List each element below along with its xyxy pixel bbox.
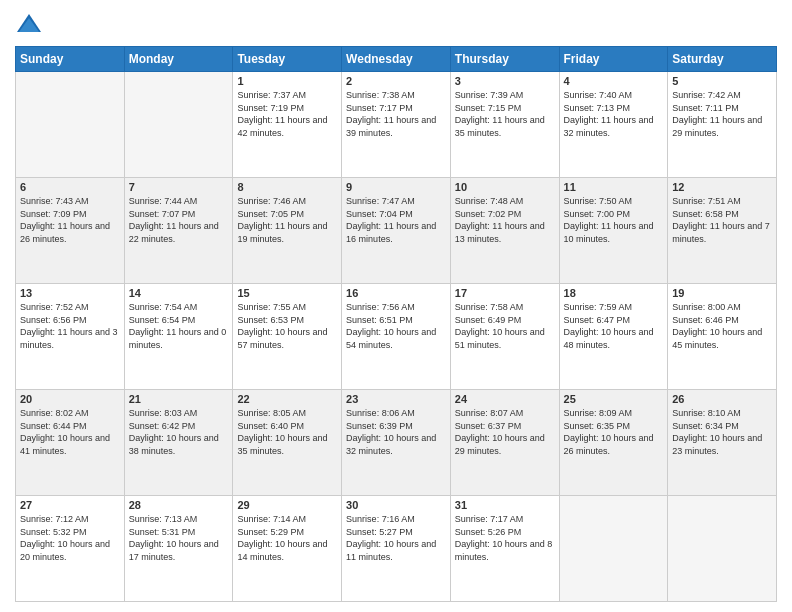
day-info: Sunrise: 7:43 AMSunset: 7:09 PMDaylight:… bbox=[20, 195, 120, 245]
day-info: Sunrise: 7:44 AMSunset: 7:07 PMDaylight:… bbox=[129, 195, 229, 245]
day-number: 11 bbox=[564, 181, 664, 193]
day-header-saturday: Saturday bbox=[668, 47, 777, 72]
day-header-tuesday: Tuesday bbox=[233, 47, 342, 72]
day-number: 30 bbox=[346, 499, 446, 511]
calendar-day-cell: 1Sunrise: 7:37 AMSunset: 7:19 PMDaylight… bbox=[233, 72, 342, 178]
day-number: 1 bbox=[237, 75, 337, 87]
day-info: Sunrise: 7:17 AMSunset: 5:26 PMDaylight:… bbox=[455, 513, 555, 563]
day-info: Sunrise: 8:02 AMSunset: 6:44 PMDaylight:… bbox=[20, 407, 120, 457]
calendar-day-cell: 8Sunrise: 7:46 AMSunset: 7:05 PMDaylight… bbox=[233, 178, 342, 284]
day-number: 23 bbox=[346, 393, 446, 405]
day-info: Sunrise: 7:42 AMSunset: 7:11 PMDaylight:… bbox=[672, 89, 772, 139]
day-header-friday: Friday bbox=[559, 47, 668, 72]
day-info: Sunrise: 7:14 AMSunset: 5:29 PMDaylight:… bbox=[237, 513, 337, 563]
day-info: Sunrise: 7:55 AMSunset: 6:53 PMDaylight:… bbox=[237, 301, 337, 351]
day-number: 9 bbox=[346, 181, 446, 193]
calendar-week-row: 20Sunrise: 8:02 AMSunset: 6:44 PMDayligh… bbox=[16, 390, 777, 496]
calendar-day-cell: 27Sunrise: 7:12 AMSunset: 5:32 PMDayligh… bbox=[16, 496, 125, 602]
day-info: Sunrise: 7:54 AMSunset: 6:54 PMDaylight:… bbox=[129, 301, 229, 351]
calendar-day-cell: 23Sunrise: 8:06 AMSunset: 6:39 PMDayligh… bbox=[342, 390, 451, 496]
day-number: 2 bbox=[346, 75, 446, 87]
day-number: 14 bbox=[129, 287, 229, 299]
calendar-day-cell: 26Sunrise: 8:10 AMSunset: 6:34 PMDayligh… bbox=[668, 390, 777, 496]
logo-icon bbox=[15, 10, 43, 38]
day-info: Sunrise: 7:51 AMSunset: 6:58 PMDaylight:… bbox=[672, 195, 772, 245]
day-header-thursday: Thursday bbox=[450, 47, 559, 72]
day-info: Sunrise: 7:39 AMSunset: 7:15 PMDaylight:… bbox=[455, 89, 555, 139]
day-number: 15 bbox=[237, 287, 337, 299]
day-number: 8 bbox=[237, 181, 337, 193]
day-number: 28 bbox=[129, 499, 229, 511]
day-info: Sunrise: 7:52 AMSunset: 6:56 PMDaylight:… bbox=[20, 301, 120, 351]
calendar-week-row: 13Sunrise: 7:52 AMSunset: 6:56 PMDayligh… bbox=[16, 284, 777, 390]
day-header-wednesday: Wednesday bbox=[342, 47, 451, 72]
day-info: Sunrise: 7:48 AMSunset: 7:02 PMDaylight:… bbox=[455, 195, 555, 245]
day-number: 7 bbox=[129, 181, 229, 193]
day-number: 18 bbox=[564, 287, 664, 299]
calendar-day-cell: 13Sunrise: 7:52 AMSunset: 6:56 PMDayligh… bbox=[16, 284, 125, 390]
day-info: Sunrise: 7:46 AMSunset: 7:05 PMDaylight:… bbox=[237, 195, 337, 245]
calendar-day-cell: 7Sunrise: 7:44 AMSunset: 7:07 PMDaylight… bbox=[124, 178, 233, 284]
day-number: 10 bbox=[455, 181, 555, 193]
day-info: Sunrise: 8:07 AMSunset: 6:37 PMDaylight:… bbox=[455, 407, 555, 457]
day-number: 24 bbox=[455, 393, 555, 405]
calendar-day-cell: 10Sunrise: 7:48 AMSunset: 7:02 PMDayligh… bbox=[450, 178, 559, 284]
day-number: 31 bbox=[455, 499, 555, 511]
day-number: 21 bbox=[129, 393, 229, 405]
calendar-day-cell: 9Sunrise: 7:47 AMSunset: 7:04 PMDaylight… bbox=[342, 178, 451, 284]
day-info: Sunrise: 8:10 AMSunset: 6:34 PMDaylight:… bbox=[672, 407, 772, 457]
calendar-day-cell: 6Sunrise: 7:43 AMSunset: 7:09 PMDaylight… bbox=[16, 178, 125, 284]
day-number: 13 bbox=[20, 287, 120, 299]
calendar-day-cell: 22Sunrise: 8:05 AMSunset: 6:40 PMDayligh… bbox=[233, 390, 342, 496]
day-info: Sunrise: 7:40 AMSunset: 7:13 PMDaylight:… bbox=[564, 89, 664, 139]
calendar-day-cell: 5Sunrise: 7:42 AMSunset: 7:11 PMDaylight… bbox=[668, 72, 777, 178]
day-info: Sunrise: 7:13 AMSunset: 5:31 PMDaylight:… bbox=[129, 513, 229, 563]
header bbox=[15, 10, 777, 38]
page: SundayMondayTuesdayWednesdayThursdayFrid… bbox=[0, 0, 792, 612]
day-info: Sunrise: 7:59 AMSunset: 6:47 PMDaylight:… bbox=[564, 301, 664, 351]
day-info: Sunrise: 7:50 AMSunset: 7:00 PMDaylight:… bbox=[564, 195, 664, 245]
day-info: Sunrise: 8:00 AMSunset: 6:46 PMDaylight:… bbox=[672, 301, 772, 351]
logo bbox=[15, 10, 47, 38]
calendar-day-cell: 15Sunrise: 7:55 AMSunset: 6:53 PMDayligh… bbox=[233, 284, 342, 390]
calendar-week-row: 6Sunrise: 7:43 AMSunset: 7:09 PMDaylight… bbox=[16, 178, 777, 284]
calendar-day-cell: 4Sunrise: 7:40 AMSunset: 7:13 PMDaylight… bbox=[559, 72, 668, 178]
calendar-day-cell: 11Sunrise: 7:50 AMSunset: 7:00 PMDayligh… bbox=[559, 178, 668, 284]
day-number: 4 bbox=[564, 75, 664, 87]
day-info: Sunrise: 8:09 AMSunset: 6:35 PMDaylight:… bbox=[564, 407, 664, 457]
calendar-header-row: SundayMondayTuesdayWednesdayThursdayFrid… bbox=[16, 47, 777, 72]
day-info: Sunrise: 7:47 AMSunset: 7:04 PMDaylight:… bbox=[346, 195, 446, 245]
day-info: Sunrise: 7:56 AMSunset: 6:51 PMDaylight:… bbox=[346, 301, 446, 351]
day-number: 19 bbox=[672, 287, 772, 299]
day-number: 22 bbox=[237, 393, 337, 405]
day-info: Sunrise: 7:58 AMSunset: 6:49 PMDaylight:… bbox=[455, 301, 555, 351]
calendar-day-cell bbox=[16, 72, 125, 178]
day-info: Sunrise: 7:12 AMSunset: 5:32 PMDaylight:… bbox=[20, 513, 120, 563]
calendar-day-cell: 25Sunrise: 8:09 AMSunset: 6:35 PMDayligh… bbox=[559, 390, 668, 496]
calendar-day-cell: 29Sunrise: 7:14 AMSunset: 5:29 PMDayligh… bbox=[233, 496, 342, 602]
day-number: 3 bbox=[455, 75, 555, 87]
calendar-day-cell: 28Sunrise: 7:13 AMSunset: 5:31 PMDayligh… bbox=[124, 496, 233, 602]
calendar-day-cell bbox=[668, 496, 777, 602]
calendar-day-cell: 18Sunrise: 7:59 AMSunset: 6:47 PMDayligh… bbox=[559, 284, 668, 390]
day-number: 25 bbox=[564, 393, 664, 405]
day-number: 26 bbox=[672, 393, 772, 405]
day-number: 5 bbox=[672, 75, 772, 87]
day-header-monday: Monday bbox=[124, 47, 233, 72]
calendar-week-row: 27Sunrise: 7:12 AMSunset: 5:32 PMDayligh… bbox=[16, 496, 777, 602]
day-number: 20 bbox=[20, 393, 120, 405]
calendar-day-cell: 20Sunrise: 8:02 AMSunset: 6:44 PMDayligh… bbox=[16, 390, 125, 496]
day-info: Sunrise: 8:06 AMSunset: 6:39 PMDaylight:… bbox=[346, 407, 446, 457]
calendar-day-cell bbox=[559, 496, 668, 602]
calendar-day-cell: 17Sunrise: 7:58 AMSunset: 6:49 PMDayligh… bbox=[450, 284, 559, 390]
calendar-week-row: 1Sunrise: 7:37 AMSunset: 7:19 PMDaylight… bbox=[16, 72, 777, 178]
day-header-sunday: Sunday bbox=[16, 47, 125, 72]
calendar-day-cell: 24Sunrise: 8:07 AMSunset: 6:37 PMDayligh… bbox=[450, 390, 559, 496]
calendar-day-cell: 14Sunrise: 7:54 AMSunset: 6:54 PMDayligh… bbox=[124, 284, 233, 390]
calendar: SundayMondayTuesdayWednesdayThursdayFrid… bbox=[15, 46, 777, 602]
day-number: 6 bbox=[20, 181, 120, 193]
calendar-day-cell bbox=[124, 72, 233, 178]
calendar-day-cell: 2Sunrise: 7:38 AMSunset: 7:17 PMDaylight… bbox=[342, 72, 451, 178]
calendar-day-cell: 3Sunrise: 7:39 AMSunset: 7:15 PMDaylight… bbox=[450, 72, 559, 178]
calendar-day-cell: 16Sunrise: 7:56 AMSunset: 6:51 PMDayligh… bbox=[342, 284, 451, 390]
